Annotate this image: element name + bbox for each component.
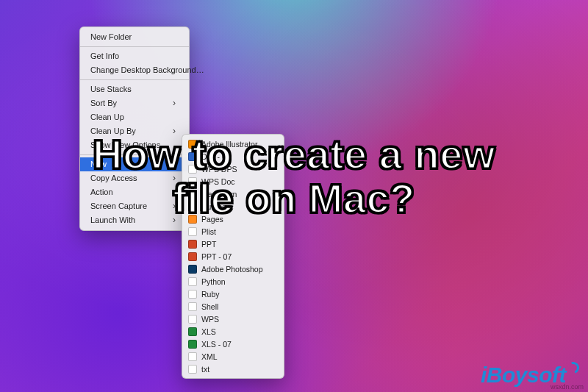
file-type-icon: [188, 302, 197, 311]
submenu-item-numbers[interactable]: Numbers: [182, 200, 284, 213]
menu-item-action[interactable]: Action: [80, 185, 189, 199]
menu-item-label: Copy Access: [90, 173, 137, 184]
menu-item-label: Use Stacks: [90, 84, 132, 95]
file-type-icon: [188, 265, 197, 274]
submenu-item-xls[interactable]: XLS: [182, 325, 284, 338]
submenu-item-label: Pages: [201, 214, 223, 224]
submenu-item-label: PPT - 07: [201, 252, 232, 262]
submenu-item-label: Adobe Illustrator: [201, 139, 257, 149]
submenu-item-label: PPT: [201, 239, 216, 249]
file-type-icon: [188, 315, 197, 324]
submenu-item-label: Ruby: [201, 289, 220, 299]
submenu-item-markdown[interactable]: Markdown: [182, 188, 284, 200]
submenu-item-label: txt: [201, 364, 209, 374]
menu-item-new-folder[interactable]: New Folder: [80, 30, 189, 44]
submenu-item-label: Plist: [201, 227, 216, 237]
submenu-item-plist[interactable]: Plist: [182, 225, 284, 238]
submenu-item-label: XLS: [201, 327, 216, 337]
menu-item-launch-with[interactable]: Launch With: [80, 213, 189, 227]
menu-item-sort-by[interactable]: Sort By: [80, 96, 189, 110]
submenu-item-ppt-07[interactable]: PPT - 07: [182, 250, 284, 263]
menu-item-label: Change Desktop Background…: [90, 65, 204, 76]
menu-item-label: Clean Up By: [90, 126, 136, 137]
submenu-item-label: Numbers: [201, 202, 233, 212]
submenu-item-shell[interactable]: Shell: [182, 300, 284, 313]
file-type-icon: [188, 365, 197, 374]
file-type-icon: [188, 227, 197, 236]
menu-item-label: Launch With: [90, 215, 135, 226]
submenu-item-label: Shell: [201, 302, 218, 312]
file-type-icon: [188, 177, 197, 186]
submenu-item-label: WPS DPS: [201, 164, 237, 174]
menu-item-new[interactable]: New: [80, 157, 189, 171]
submenu-item-wps-dps[interactable]: WPS DPS: [182, 163, 284, 175]
submenu-item-label: XML: [201, 352, 218, 362]
submenu-item-label: Python: [201, 277, 226, 287]
menu-item-get-info[interactable]: Get Info: [80, 49, 189, 63]
file-type-icon: [188, 215, 197, 224]
submenu-item-label: WPS Doc: [201, 177, 235, 187]
submenu-item-adobe-illustrator[interactable]: Adobe Illustrator: [182, 138, 284, 150]
menu-item-copy-access[interactable]: Copy Access: [80, 171, 189, 185]
file-type-icon: [188, 190, 197, 199]
menu-item-show-view-options[interactable]: Show View Options: [80, 138, 189, 152]
desktop-wallpaper: New FolderGet InfoChange Desktop Backgro…: [0, 0, 588, 392]
submenu-item-txt[interactable]: txt: [182, 363, 284, 375]
file-type-icon: [188, 352, 197, 361]
submenu-item-label: WPS: [201, 314, 219, 324]
menu-item-label: Screen Capture: [90, 201, 147, 212]
submenu-item-python[interactable]: Python: [182, 275, 284, 288]
file-type-icon: [188, 240, 197, 249]
submenu-item-label: Adobe Photoshop: [201, 264, 263, 274]
submenu-item-xls-07[interactable]: XLS - 07: [182, 338, 284, 350]
menu-item-clean-up[interactable]: Clean Up: [80, 110, 189, 124]
submenu-item-label: Markdown: [201, 189, 237, 199]
menu-item-use-stacks[interactable]: Use Stacks: [80, 82, 189, 96]
submenu-item-doc-07[interactable]: Doc - 07: [182, 150, 284, 163]
submenu-item-wps-doc[interactable]: WPS Doc: [182, 175, 284, 188]
menu-item-screen-capture[interactable]: Screen Capture: [80, 199, 189, 213]
submenu-item-wps[interactable]: WPS: [182, 313, 284, 325]
submenu-item-pages[interactable]: Pages: [182, 213, 284, 225]
submenu-item-label: Doc - 07: [201, 152, 231, 162]
menu-item-clean-up-by[interactable]: Clean Up By: [80, 124, 189, 138]
file-type-icon: [188, 340, 197, 349]
file-type-icon: [188, 277, 197, 286]
file-type-icon: [188, 140, 197, 149]
submenu-item-adobe-photoshop[interactable]: Adobe Photoshop: [182, 263, 284, 275]
menu-item-label: Sort By: [90, 98, 117, 109]
menu-separator: [80, 79, 189, 80]
submenu-item-ppt[interactable]: PPT: [182, 238, 284, 250]
file-type-icon: [188, 202, 197, 211]
file-type-icon: [188, 327, 197, 336]
menu-item-change-desktop-background[interactable]: Change Desktop Background…: [80, 63, 189, 77]
new-file-submenu[interactable]: Adobe IllustratorDoc - 07WPS DPSWPS DocM…: [182, 134, 284, 379]
desktop-context-menu[interactable]: New FolderGet InfoChange Desktop Backgro…: [79, 26, 190, 231]
submenu-item-ruby[interactable]: Ruby: [182, 288, 284, 300]
menu-item-label: Show View Options: [90, 140, 160, 151]
menu-item-label: Action: [90, 187, 113, 198]
source-tag: wsxdn.com: [551, 383, 584, 391]
file-type-icon: [188, 152, 197, 161]
menu-separator: [80, 154, 189, 155]
menu-item-label: New Folder: [90, 32, 132, 43]
file-type-icon: [188, 252, 197, 261]
menu-item-label: Get Info: [90, 51, 119, 62]
menu-item-label: Clean Up: [90, 112, 124, 123]
submenu-item-xml[interactable]: XML: [182, 350, 284, 363]
file-type-icon: [188, 290, 197, 299]
submenu-item-label: XLS - 07: [201, 339, 232, 349]
menu-separator: [80, 46, 189, 47]
menu-item-label: New: [90, 159, 107, 170]
file-type-icon: [188, 165, 197, 174]
